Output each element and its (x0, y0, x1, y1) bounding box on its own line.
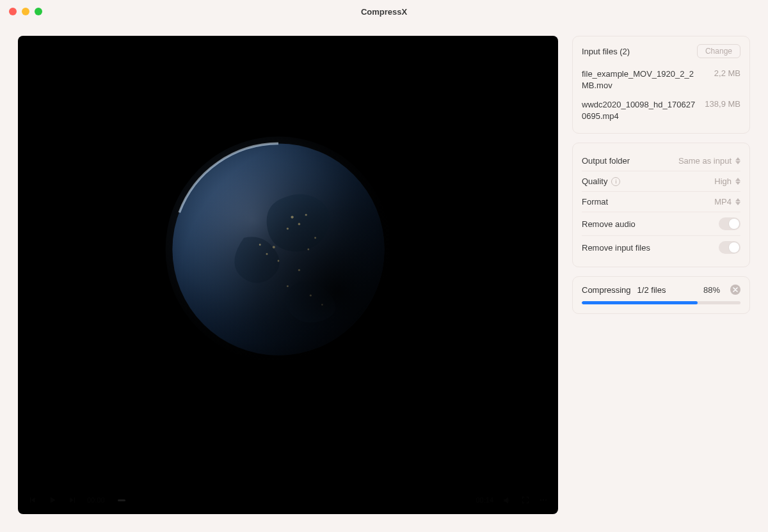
remove-input-toggle[interactable] (719, 241, 740, 254)
player-time: 00:00 (87, 496, 105, 504)
chevron-updown-icon (735, 178, 740, 185)
chevron-updown-icon (735, 157, 740, 164)
chevron-updown-icon (735, 198, 740, 205)
remove-input-row: Remove input files (582, 235, 740, 259)
output-folder-select[interactable]: Same as input (678, 156, 740, 166)
remove-audio-toggle[interactable] (719, 217, 740, 230)
window-controls (9, 8, 42, 15)
titlebar: CompressX (0, 0, 768, 23)
input-file-row[interactable]: wwdc2020_10098_hd_1706270695.mp4 138,9 M… (582, 95, 740, 125)
progress-percent: 88% (703, 285, 720, 295)
file-name: file_example_MOV_1920_2_2MB.mov (582, 68, 697, 91)
play-icon[interactable] (47, 495, 58, 505)
input-file-row[interactable]: file_example_MOV_1920_2_2MB.mov 2,2 MB (582, 65, 740, 95)
content: 00:00 00:14 Input files (2) Change (0, 23, 768, 532)
cancel-icon[interactable] (730, 285, 740, 295)
format-select[interactable]: MP4 (714, 197, 740, 207)
player-duration: 00:14 (476, 496, 493, 504)
quality-row: Quality i High (582, 171, 740, 191)
progress-panel: Compressing 1/2 files 88% (572, 276, 750, 314)
remove-input-label: Remove input files (582, 243, 650, 253)
volume-icon[interactable] (502, 496, 512, 505)
format-label: Format (582, 197, 608, 207)
progress-files: 1/2 files (637, 285, 666, 295)
player-controls: 00:00 00:14 (18, 486, 558, 514)
fullscreen-icon[interactable] (521, 496, 530, 505)
skip-forward-icon[interactable] (68, 496, 77, 505)
close-icon[interactable] (9, 8, 17, 15)
file-name: wwdc2020_10098_hd_1706270695.mp4 (582, 99, 697, 121)
remove-audio-label: Remove audio (582, 219, 636, 229)
file-size: 2,2 MB (714, 68, 740, 91)
maximize-icon[interactable] (35, 8, 42, 15)
output-folder-value: Same as input (678, 156, 732, 166)
svg-point-18 (540, 499, 541, 501)
window-title: CompressX (0, 7, 768, 17)
quality-select[interactable]: High (714, 176, 740, 186)
earth-image (163, 134, 394, 364)
quality-label: Quality (582, 176, 607, 186)
settings-panel: Output folder Same as input Quality i Hi… (572, 143, 750, 267)
svg-point-20 (545, 499, 547, 501)
seek-track[interactable] (118, 499, 125, 501)
output-folder-row: Output folder Same as input (582, 151, 740, 171)
more-icon[interactable] (539, 496, 548, 505)
progress-fill (582, 301, 698, 304)
progress-status: Compressing (582, 285, 631, 295)
skip-back-icon[interactable] (28, 496, 37, 505)
format-value: MP4 (714, 197, 732, 207)
change-button[interactable]: Change (697, 44, 740, 58)
progress-bar (582, 301, 740, 304)
sidebar: Input files (2) Change file_example_MOV_… (572, 36, 750, 514)
input-files-title: Input files (2) (582, 47, 630, 56)
svg-point-19 (543, 499, 544, 501)
quality-value: High (714, 176, 732, 186)
minimize-icon[interactable] (22, 8, 29, 15)
format-row: Format MP4 (582, 191, 740, 212)
remove-audio-row: Remove audio (582, 212, 740, 235)
file-size: 138,9 MB (705, 99, 740, 121)
info-icon[interactable]: i (611, 177, 620, 186)
output-folder-label: Output folder (582, 156, 630, 166)
input-files-panel: Input files (2) Change file_example_MOV_… (572, 36, 750, 134)
video-preview[interactable]: 00:00 00:14 (18, 36, 558, 514)
